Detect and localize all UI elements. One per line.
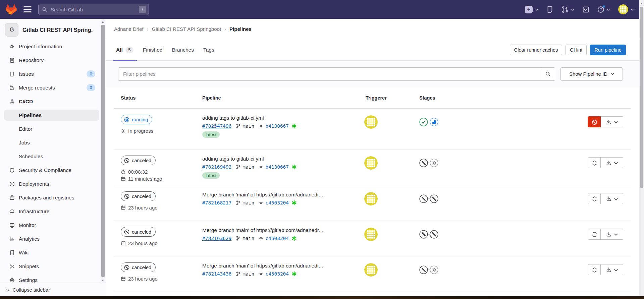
sidebar-item-repository[interactable]: Repository [4,55,99,66]
todo-icon[interactable] [582,6,589,13]
pipeline-status-badge[interactable]: canceled [121,156,156,165]
hamburger-menu-icon[interactable] [23,6,32,12]
stage-canceled-icon[interactable] [430,230,438,239]
stage-passed-icon[interactable] [419,118,428,126]
pipeline-id-link[interactable]: #782143436 [202,271,231,277]
stage-canceled-icon[interactable] [430,194,438,203]
sidebar-scrollbar-thumb[interactable] [101,25,105,277]
search-input[interactable] [50,6,139,13]
triggerer-avatar[interactable] [364,263,378,277]
sidebar-item-security-compliance[interactable]: Security & Compliance [4,165,99,176]
new-menu-button[interactable]: + [525,6,538,13]
page-scrollbar-thumb[interactable] [640,7,643,188]
sidebar-item-pipelines[interactable]: Pipelines [4,110,99,121]
sidebar-item-snippets[interactable]: Snippets [4,261,99,272]
user-menu[interactable] [618,4,634,14]
triggerer-avatar[interactable] [364,192,378,205]
pipeline-status-badge[interactable]: running [121,115,152,124]
pipeline-id-link[interactable]: #782168217 [202,200,231,205]
sidebar-item-deployments[interactable]: Deployments [4,178,99,189]
sidebar-item-issues[interactable]: Issues0 [4,68,99,79]
scroll-up-arrow[interactable]: ▲ [101,19,105,24]
commit-ref[interactable]: c4503204 [258,271,289,277]
sidebar-item-packages-and-registries[interactable]: Packages and registries [4,192,99,203]
breadcrumb-project-link[interactable]: Gitlab CI REST API Springboot [152,26,221,32]
stage-canceled-icon[interactable] [419,265,428,274]
cancel-pipeline-button[interactable] [588,116,601,127]
branch-ref[interactable]: main [235,236,254,241]
gitlab-tanuki-logo[interactable] [5,4,17,15]
commit-sha-link[interactable]: c4503204 [265,271,289,277]
download-pipeline-button[interactable] [601,116,623,127]
triggerer-avatar[interactable] [364,156,378,170]
commit-sha-link[interactable]: b4130667 [265,123,289,129]
triggerer-avatar[interactable] [364,115,378,129]
stage-canceled-icon[interactable] [419,159,428,167]
sidebar-item-merge-requests[interactable]: Merge requests0 [4,82,99,93]
sidebar-item-label: Security & Compliance [19,167,71,173]
sidebar-item-settings[interactable]: Settings [4,275,99,283]
help-menu[interactable]: ? [597,6,610,13]
download-pipeline-button[interactable] [601,193,623,204]
commit-sha-link[interactable]: b4130667 [265,164,289,170]
breadcrumb-group-link[interactable]: Adnane Drief [114,26,144,32]
sidebar-item-label: Jobs [19,140,30,146]
sidebar-item-label: Pipelines [19,112,42,118]
branch-ref[interactable]: main [235,164,254,170]
scroll-up-arrow[interactable]: ▲ [639,1,644,6]
tab-branches[interactable]: Branches [167,39,198,61]
pipeline-id-link[interactable]: #782169492 [202,164,231,170]
branch-ref[interactable]: main [235,200,254,205]
stage-canceled-icon[interactable] [419,194,428,203]
tab-all[interactable]: All 5 [111,39,138,61]
sidebar-item-schedules[interactable]: Schedules [4,151,99,162]
merge-requests-menu[interactable] [561,6,574,13]
pipeline-status-badge[interactable]: canceled [121,227,156,237]
stage-canceled-icon[interactable] [419,230,428,239]
retry-pipeline-button[interactable] [588,229,601,240]
sidebar-item-analytics[interactable]: Analytics [4,233,99,244]
retry-pipeline-button[interactable] [588,157,601,168]
sidebar-item-project-information[interactable]: Project information [4,41,99,52]
clear-runner-caches-button[interactable]: Clear runner caches [510,45,562,55]
pipeline-id-link[interactable]: #782547496 [202,123,231,129]
ci-lint-button[interactable]: CI lint [566,45,587,55]
run-pipeline-button[interactable]: Run pipeline [590,45,626,55]
pipeline-id-link[interactable]: #782163629 [202,236,231,241]
sidebar-item-monitor[interactable]: Monitor [4,220,99,231]
retry-pipeline-button[interactable] [588,264,601,275]
sidebar-item-wiki[interactable]: Wiki [4,247,99,258]
sidebar-item-infrastructure[interactable]: Infrastructure [4,206,99,217]
filter-pipelines-input[interactable] [118,68,541,80]
global-search[interactable]: / [38,4,149,15]
commit-sha-link[interactable]: c4503204 [265,200,289,205]
commit-ref[interactable]: c4503204 [258,200,289,205]
branch-ref[interactable]: main [235,123,254,129]
scroll-down-arrow[interactable]: ▼ [101,278,105,283]
commit-ref[interactable]: b4130667 [258,123,289,129]
download-pipeline-button[interactable] [601,229,623,240]
pipeline-status-badge[interactable]: canceled [121,262,156,272]
branch-ref[interactable]: main [235,271,254,277]
sidebar-item-jobs[interactable]: Jobs [4,137,99,148]
pipeline-status-badge[interactable]: canceled [121,191,156,201]
tab-tags[interactable]: Tags [199,39,219,61]
commit-ref[interactable]: c4503204 [258,236,289,241]
show-pipeline-id-dropdown[interactable]: Show Pipeline ID [560,67,623,81]
commit-sha-link[interactable]: c4503204 [265,236,289,241]
sidebar-item-ci-cd[interactable]: CI/CD [4,96,99,107]
filter-search-button[interactable] [541,68,555,80]
issues-icon[interactable] [546,6,553,13]
commit-ref[interactable]: b4130667 [258,164,289,170]
collapse-sidebar-button[interactable]: « Collapse sidebar [0,283,106,296]
triggerer-avatar[interactable] [364,228,378,241]
stage-running-icon[interactable] [430,118,438,126]
stage-skipped-icon[interactable] [430,159,438,167]
sidebar-item-editor[interactable]: Editor [4,123,99,134]
stage-skipped-icon[interactable] [430,265,438,274]
project-header[interactable]: G Gitlab CI REST API Spring... [0,19,106,40]
retry-pipeline-button[interactable] [588,193,601,204]
download-pipeline-button[interactable] [601,264,623,275]
download-pipeline-button[interactable] [601,157,623,168]
tab-finished[interactable]: Finished [138,39,167,61]
